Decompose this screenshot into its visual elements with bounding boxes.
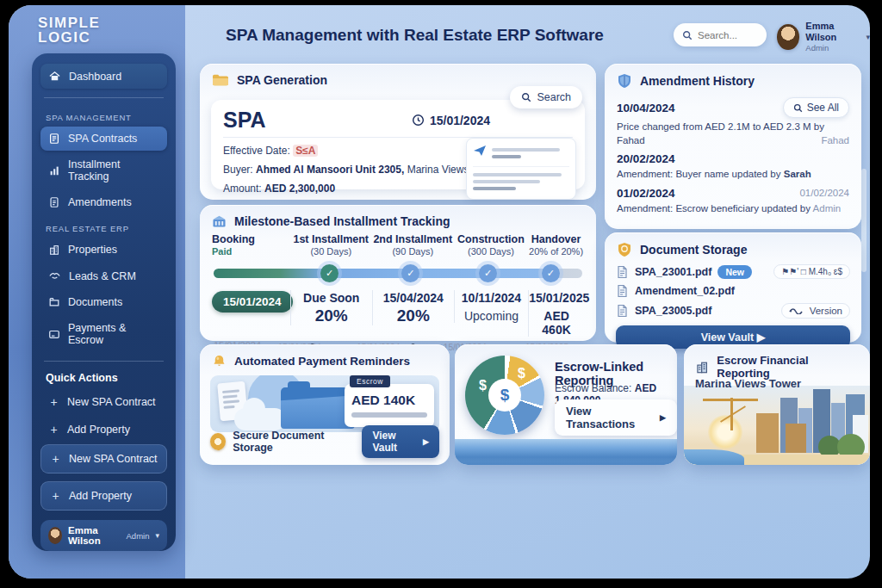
milestone-col: 1st Installment (30 Days) bbox=[290, 233, 372, 257]
escrow-pie-chart: $ $ $ bbox=[465, 356, 544, 435]
document-row[interactable]: SPA_23005.pdf Version bbox=[605, 301, 861, 322]
card-title: Document Storage bbox=[640, 243, 747, 257]
effective-date-label: Effective Date: bbox=[223, 145, 290, 157]
amendment-history-card: Amendment History 10/04/2024 See All Pri… bbox=[605, 64, 861, 229]
sidebar-item-properties[interactable]: Properties bbox=[40, 238, 167, 262]
sidebar-item-installment-tracking[interactable]: Installment Tracking bbox=[40, 152, 167, 189]
sidebar-item-documents[interactable]: Documents bbox=[40, 290, 167, 314]
document-name: SPA_23001.pdf bbox=[635, 266, 711, 278]
user-role: Admin bbox=[127, 531, 150, 541]
buyer-unit: Unit 2305, bbox=[356, 164, 405, 176]
new-spa-contract-button[interactable]: + New SPA Contract bbox=[40, 444, 167, 473]
sidebar-item-spa-contracts[interactable]: SPA Contracts bbox=[40, 127, 167, 151]
document-storage-card: Document Storage SPA_23001.pdf New ⚑⚑' □… bbox=[605, 232, 861, 343]
card-header: Milestone-Based Installment Tracking bbox=[200, 205, 596, 232]
amendment-date: 20/02/2024 bbox=[617, 152, 849, 165]
button-label: View Transactions bbox=[566, 405, 654, 430]
quick-actions-label: Quick Actions bbox=[46, 372, 162, 384]
global-search[interactable] bbox=[674, 23, 767, 46]
document-meta-pill[interactable]: ⚑⚑' □ M.4h₀ ɛ$ bbox=[773, 264, 850, 279]
scrollbar[interactable] bbox=[861, 169, 866, 272]
document-preview bbox=[466, 138, 576, 200]
arrow-icon: ▶ bbox=[660, 413, 666, 422]
milestone-name: Construction bbox=[454, 233, 528, 245]
search-icon bbox=[682, 30, 693, 40]
payment-reminders-card: Automated Payment Reminders Escrow AED 1… bbox=[200, 344, 450, 465]
spa-generation-card: SPA Generation Search SPA 15/01/2024 Eff… bbox=[200, 64, 596, 200]
buyer-label: Buyer: bbox=[223, 164, 253, 176]
card-title: Escrow Financial Reporting bbox=[717, 354, 858, 380]
milestone-sub: (90 Days) bbox=[372, 246, 454, 257]
escrow-amount: AED 140K bbox=[351, 393, 427, 408]
amendment-actor: Admin bbox=[813, 203, 842, 214]
card-header: Document Storage bbox=[605, 232, 861, 263]
amendment-text-main: Price changed from AED 2.1M to AED 2.3 M… bbox=[617, 121, 824, 132]
amendment-date-right: 01/02/2024 bbox=[799, 188, 849, 198]
spa-search-button[interactable]: Search bbox=[510, 86, 582, 108]
progress-track bbox=[214, 269, 582, 278]
sidebar-panel: Dashboard SPA MANAGEMENT SPA Contracts I… bbox=[32, 53, 176, 551]
milestone-value-col: Due Soon 20% bbox=[290, 290, 372, 325]
squiggle-icon bbox=[789, 307, 806, 314]
milestone-v2: 20% bbox=[291, 306, 372, 325]
sidebar-item-label: Amendments bbox=[68, 196, 132, 208]
balance-label: Escrow Balance: bbox=[555, 382, 631, 394]
water-shape bbox=[684, 449, 744, 465]
milestone-col: 2nd Installment (90 Days) bbox=[372, 233, 454, 257]
sidebar-item-dashboard[interactable]: Dashboard bbox=[40, 64, 167, 89]
amendment-text: Price changed from AED 2.1M to AED 2.3 M… bbox=[617, 121, 849, 147]
sidebar-user-menu[interactable]: Emma Wilson Admin ▾ bbox=[40, 520, 167, 551]
pill-text: ⚑⚑' □ M.4h₀ ɛ$ bbox=[781, 267, 842, 276]
sidebar-item-payments-escrow[interactable]: Payments & Escrow bbox=[40, 316, 167, 352]
document-row[interactable]: SPA_23001.pdf New ⚑⚑' □ M.4h₀ ɛ$ bbox=[605, 263, 861, 282]
shield-blue-icon bbox=[617, 73, 632, 89]
amendment-text: Amendment: Escrow beneficiary updated by… bbox=[617, 202, 849, 216]
divider bbox=[44, 97, 164, 98]
section-label-spa-management: SPA MANAGEMENT bbox=[46, 113, 162, 122]
user-info: Emma Wilson Admin bbox=[805, 21, 860, 53]
bar-chart-icon bbox=[48, 164, 60, 176]
bank-icon bbox=[212, 215, 227, 228]
pill-text: Version bbox=[810, 306, 842, 316]
view-transactions-button[interactable]: View Transactions ▶ bbox=[555, 399, 677, 436]
search-icon bbox=[793, 103, 803, 113]
version-pill[interactable]: Version bbox=[781, 303, 850, 319]
check-icon: ✓ bbox=[320, 264, 339, 282]
spa-doc-title: SPA bbox=[223, 108, 266, 133]
header-user-menu[interactable]: Emma Wilson Admin ▾ bbox=[777, 21, 870, 53]
city-illustration bbox=[684, 386, 870, 465]
spa-doc-date: 15/01/2024 bbox=[412, 114, 490, 127]
buildings-icon bbox=[696, 361, 709, 374]
financial-reporting-card: Escrow Financial Reporting Marina Views … bbox=[684, 344, 870, 465]
quick-action-add-property[interactable]: + Add Property bbox=[40, 417, 167, 443]
amendment-date: 10/04/2024 bbox=[617, 102, 675, 115]
pdf-file-icon bbox=[616, 284, 629, 298]
avatar bbox=[777, 24, 799, 50]
secure-badge-icon bbox=[210, 433, 226, 450]
view-vault-button[interactable]: View Vault ▶ bbox=[362, 425, 439, 458]
search-label: Search bbox=[537, 91, 571, 103]
sidebar-item-label: Documents bbox=[68, 296, 122, 308]
folder-yellow-icon bbox=[212, 73, 229, 87]
sidebar-item-amendments[interactable]: Amendments bbox=[40, 190, 167, 214]
milestone-v2: 20% bbox=[373, 306, 454, 325]
quick-action-new-spa-contract[interactable]: + New SPA Contract bbox=[40, 389, 167, 415]
milestone-v1: 10/11/2024 bbox=[455, 291, 528, 305]
card-header: Escrow Financial Reporting bbox=[684, 344, 870, 381]
app-logo: SIMPLE LOGIC bbox=[38, 15, 100, 46]
search-input[interactable] bbox=[698, 30, 755, 40]
progress-line bbox=[351, 412, 427, 418]
milestone-col: Booking Paid bbox=[212, 233, 290, 257]
milestone-value-col: 15/01/2025 AED 460K bbox=[528, 290, 584, 337]
check-icon: ✓ bbox=[479, 264, 497, 282]
milestone-headers: Booking Paid 1st Installment (30 Days) 2… bbox=[200, 232, 596, 257]
document-row[interactable]: Amendment_02.pdf bbox=[605, 282, 861, 301]
buyer-name: Ahmed Al Mansoori bbox=[256, 164, 352, 176]
add-property-button[interactable]: + Add Property bbox=[40, 481, 167, 511]
sun-shape bbox=[708, 415, 742, 449]
sidebar-item-leads-crm[interactable]: Leads & CRM bbox=[40, 263, 167, 288]
see-all-button[interactable]: See All bbox=[783, 97, 849, 118]
home-icon bbox=[48, 70, 61, 83]
dollar-icon: $ bbox=[488, 379, 521, 412]
escrow-tag: Escrow bbox=[350, 375, 390, 387]
